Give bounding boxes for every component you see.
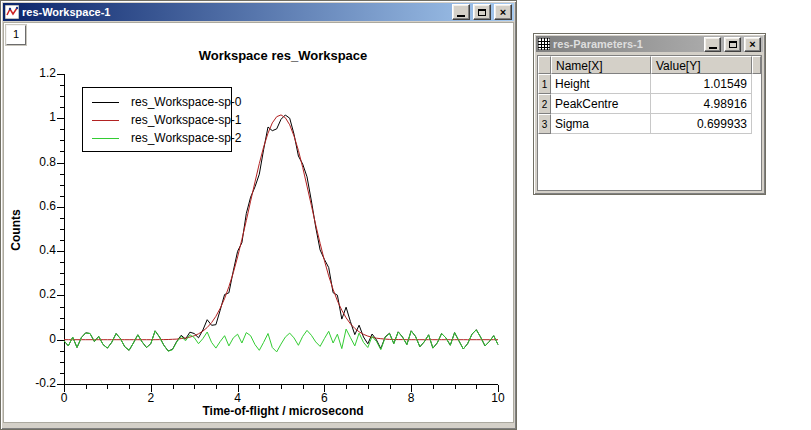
y-tick-label: 0.8 [16,155,56,169]
legend[interactable]: res_Workspace-sp-0 res_Workspace-sp-1 re… [82,87,232,152]
y-tick-label: 0.6 [16,199,56,213]
cell-filler-2 [752,94,761,114]
layer-button[interactable]: 1 [6,25,26,45]
legend-label-0: res_Workspace-sp-0 [131,95,241,109]
cell-name-2[interactable]: PeakCentre [551,94,651,114]
close-icon: × [500,7,506,17]
x-axis-title: Time-of-flight / microsecond [66,404,500,418]
table-corner-cell[interactable] [538,56,551,74]
legend-entry: res_Workspace-sp-1 [83,111,231,129]
maximize-button[interactable] [473,4,491,20]
parameters-titlebar[interactable]: res-Parameters-1 × [536,36,763,52]
column-header-value[interactable]: Value[Y] [651,56,752,74]
minimize-icon [709,47,717,49]
legend-label-2: res_Workspace-sp-2 [131,131,241,145]
workspace-titlebar[interactable]: res-Workspace-1 × [3,3,514,21]
cell-filler-3 [752,114,761,134]
legend-line-sample-1 [92,120,119,121]
cell-filler-1 [752,74,761,94]
parameters-window-title: res-Parameters-1 [553,35,701,53]
close-icon: × [749,39,755,49]
minimize-icon [457,15,465,17]
plot-title: Workspace res_Workspace [66,48,500,63]
y-tick-label: 0.2 [16,287,56,301]
workspace-window: res-Workspace-1 × Workspace res_Workspac… [0,0,517,430]
legend-entry: res_Workspace-sp-2 [83,129,231,147]
plot-area[interactable] [4,23,513,422]
cell-value-3[interactable]: 0.699933 [651,114,752,134]
close-button[interactable]: × [744,37,761,52]
workspace-window-title: res-Workspace-1 [22,3,449,21]
cell-value-1[interactable]: 1.01549 [651,74,752,94]
y-tick-label: 0 [16,332,56,346]
y-tick-label: 1 [16,110,56,124]
x-tick-label: 6 [307,391,341,405]
x-tick-label: 8 [394,391,428,405]
close-button[interactable]: × [494,4,512,20]
x-tick-label: 2 [134,391,168,405]
plot-icon [5,5,19,19]
parameters-table: Name[X] Value[Y] 1 Height 1.01549 2 Peak… [537,55,762,191]
cell-name-1[interactable]: Height [551,74,651,94]
row-header-3[interactable]: 3 [538,114,551,134]
minimize-button[interactable] [704,37,721,52]
legend-label-1: res_Workspace-sp-1 [131,113,241,127]
legend-entry: res_Workspace-sp-0 [83,93,231,111]
cell-name-3[interactable]: Sigma [551,114,651,134]
plot-canvas[interactable]: Workspace res_Workspace Time-of-flight /… [3,22,514,423]
x-tick-label: 4 [221,391,255,405]
x-tick-label: 10 [481,391,515,405]
x-tick-label: 0 [47,391,81,405]
row-header-1[interactable]: 1 [538,74,551,94]
legend-line-sample-0 [92,102,119,103]
row-header-2[interactable]: 2 [538,94,551,114]
table-icon [538,38,550,50]
minimize-button[interactable] [452,4,470,20]
cell-value-2[interactable]: 4.98916 [651,94,752,114]
maximize-icon [729,41,737,48]
legend-line-sample-2 [92,138,119,139]
maximize-icon [478,9,486,16]
parameters-window: res-Parameters-1 × Name[X] Value[Y] 1 He… [533,33,766,195]
maximize-button[interactable] [724,37,741,52]
y-tick-label: -0.2 [16,376,56,390]
column-header-name[interactable]: Name[X] [551,56,651,74]
y-axis-title: Counts [9,180,23,280]
desktop: { "workspace_window": { "title": "res-Wo… [0,0,811,430]
y-tick-label: 1.2 [16,66,56,80]
y-tick-label: 0.4 [16,243,56,257]
column-header-filler [752,56,761,74]
